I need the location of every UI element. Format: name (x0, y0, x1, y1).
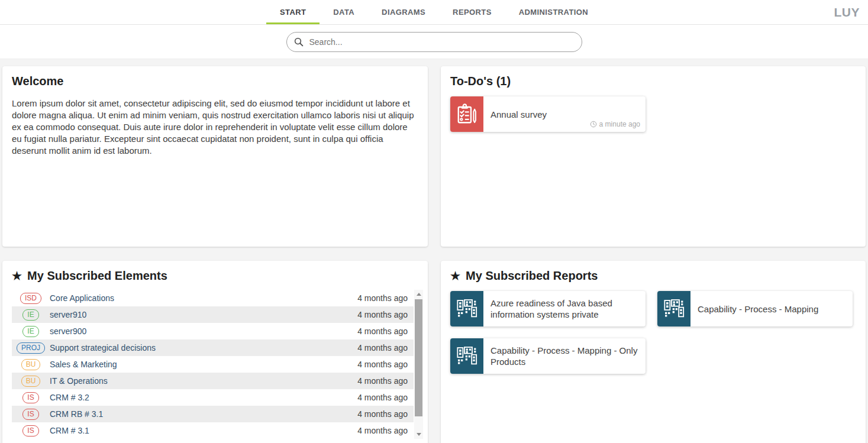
dashboard-grid: Welcome Lorem ipsum dolor sit amet, cons… (0, 59, 868, 443)
report-name: Capability - Process - Mapping - Only Pr… (483, 345, 646, 367)
element-timestamp: 4 months ago (357, 343, 414, 353)
tab-start[interactable]: START (266, 0, 320, 24)
element-row[interactable]: IE server900 4 months ago (12, 323, 414, 339)
element-row[interactable]: PROJ Support strategical decisions 4 mon… (12, 339, 414, 356)
tab-reports[interactable]: REPORTS (439, 0, 505, 24)
welcome-title: Welcome (12, 75, 418, 88)
element-timestamp: 4 months ago (357, 426, 414, 435)
luy-logo[interactable]: LUY (834, 5, 860, 20)
type-badge: IS (22, 392, 38, 403)
subscribed-elements-list: ISD Core Applications 4 months ago IE se… (12, 290, 423, 439)
search-box (286, 32, 582, 52)
element-name: CRM RB # 3.1 (47, 409, 357, 419)
element-row[interactable]: BU IT & Operations 4 months ago (12, 373, 414, 389)
scroll-up-button[interactable] (414, 290, 423, 299)
subscribed-reports-title: ★ My Subscribed Reports (450, 269, 856, 283)
element-timestamp: 4 months ago (357, 293, 414, 303)
element-name: Support strategical decisions (47, 343, 357, 353)
todos-card: To-Do's (1) (441, 66, 866, 247)
report-tile-capability-process-mapping-only-products[interactable]: Capability - Process - Mapping - Only Pr… (450, 338, 646, 374)
search-input[interactable] (286, 32, 582, 52)
type-badge: IE (22, 309, 38, 321)
tab-administration[interactable]: ADMINISTRATION (505, 0, 602, 24)
scrollbar-thumb[interactable] (415, 299, 422, 416)
element-timestamp: 4 months ago (357, 326, 414, 336)
subscribed-reports-card: ★ My Subscribed Reports (441, 261, 866, 443)
element-timestamp: 4 months ago (357, 360, 414, 369)
type-badge: PROJ (17, 342, 45, 354)
report-grid-icon (450, 291, 483, 326)
todo-item-annual-survey[interactable]: Annual survey a minute ago (450, 96, 646, 132)
element-timestamp: 4 months ago (357, 376, 414, 386)
star-icon: ★ (450, 270, 460, 282)
element-timestamp: 4 months ago (357, 393, 414, 402)
element-name: server900 (47, 326, 357, 336)
type-badge: BU (21, 359, 41, 370)
element-row[interactable]: IS CRM RB # 3.1 4 months ago (12, 406, 414, 422)
element-name: CRM # 3.2 (47, 393, 357, 402)
element-name: Core Applications (47, 293, 357, 303)
scroll-down-button[interactable] (414, 430, 423, 439)
report-name: Azure readiness of Java based informatio… (483, 298, 646, 320)
element-row[interactable]: IE server910 4 months ago (12, 306, 414, 323)
search-icon (293, 37, 304, 47)
element-row[interactable]: IS CRM # 3.2 4 months ago (12, 389, 414, 406)
todos-title: To-Do's (1) (450, 75, 856, 88)
todo-item-timestamp: a minute ago (590, 120, 640, 128)
welcome-text: Lorem ipsum dolor sit amet, consectetur … (12, 98, 418, 157)
search-band (0, 25, 868, 59)
nav-tabs: START DATA DIAGRAMS REPORTS ADMINISTRATI… (0, 0, 868, 24)
tab-data[interactable]: DATA (320, 0, 368, 24)
tab-diagrams[interactable]: DIAGRAMS (368, 0, 439, 24)
element-timestamp: 4 months ago (357, 310, 414, 319)
element-name: Sales & Marketing (47, 360, 357, 369)
report-tile-capability-process-mapping[interactable]: Capability - Process - Mapping (657, 291, 853, 326)
subscribed-elements-card: ★ My Subscribed Elements ISD Core Applic… (2, 261, 428, 443)
survey-clipboard-icon (450, 96, 483, 132)
type-badge: BU (21, 376, 41, 387)
element-row[interactable]: BU Sales & Marketing 4 months ago (12, 356, 414, 373)
type-badge: IS (22, 409, 38, 420)
top-navigation-bar: START DATA DIAGRAMS REPORTS ADMINISTRATI… (0, 0, 868, 25)
element-name: CRM # 3.1 (47, 426, 357, 435)
element-row[interactable]: IS CRM # 3.1 4 months ago (12, 422, 414, 439)
report-tile-azure-readiness[interactable]: Azure readiness of Java based informatio… (450, 291, 646, 326)
clock-icon (590, 121, 597, 128)
report-tiles: Azure readiness of Java based informatio… (450, 291, 856, 374)
report-grid-icon (450, 338, 483, 374)
element-row[interactable]: ISD Core Applications 4 months ago (12, 290, 414, 306)
element-timestamp: 4 months ago (357, 409, 414, 419)
subscribed-elements-title: ★ My Subscribed Elements (12, 269, 423, 283)
report-name: Capability - Process - Mapping (690, 303, 853, 315)
list-scrollbar[interactable] (414, 290, 423, 439)
welcome-card: Welcome Lorem ipsum dolor sit amet, cons… (2, 66, 428, 247)
element-name: IT & Operations (47, 376, 357, 386)
todo-item-label: Annual survey (483, 109, 646, 120)
report-grid-icon (657, 291, 690, 326)
element-name: server910 (47, 310, 357, 319)
type-badge: IE (22, 326, 38, 337)
type-badge: IS (22, 425, 38, 436)
star-icon: ★ (12, 270, 22, 282)
type-badge: ISD (20, 293, 41, 304)
